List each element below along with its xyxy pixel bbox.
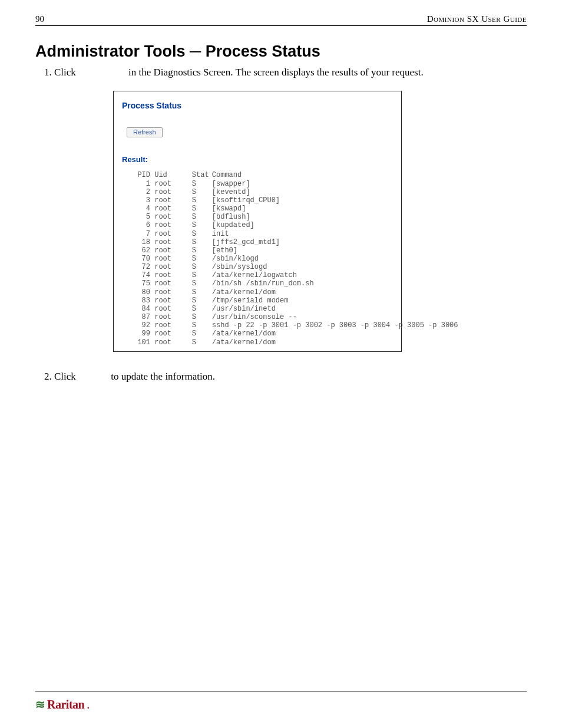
section-title: Administrator Tools ─ Process Status (35, 42, 527, 61)
brand-icon: ≋ (35, 697, 43, 711)
step-2-rest: to update the information. (111, 371, 215, 382)
result-label: Result: (122, 154, 393, 166)
process-row: 7 root Sinit (125, 230, 393, 238)
process-row: 3 root S[ksoftirqd_CPU0] (125, 196, 393, 205)
step-1: Click in the Diagnostics Screen. The scr… (54, 65, 527, 352)
step-1-prefix: Click (54, 67, 76, 78)
process-table: PID Uid StatCommand1 root S[swapper]2 ro… (125, 171, 393, 346)
process-row: 62 root S[eth0] (125, 246, 393, 255)
step-1-gap (76, 67, 128, 78)
step-list: Click in the Diagnostics Screen. The scr… (41, 65, 527, 384)
page-footer: ≋ Raritan. (35, 691, 527, 711)
process-row: 84 root S/usr/sbin/inetd (125, 305, 393, 313)
process-row: 18 root S[jffs2_gcd_mtd1] (125, 238, 393, 246)
process-row: 75 root S/bin/sh /sbin/run_dom.sh (125, 279, 393, 288)
process-row: 5 root S[bdflush] (125, 213, 393, 221)
page-header: 90 Dominion SX User Guide (35, 14, 527, 26)
process-table-header: PID Uid StatCommand (125, 171, 393, 179)
process-status-panel: Process Status Refresh Result: PID Uid S… (113, 91, 402, 352)
guide-title: Dominion SX User Guide (427, 14, 527, 24)
process-row: 80 root S/ata/kernel/dom (125, 288, 393, 297)
process-row: 70 root S/sbin/klogd (125, 255, 393, 263)
process-row: 101 root S/ata/kernel/dom (125, 338, 393, 347)
brand-logo: ≋ Raritan. (35, 697, 527, 711)
process-row: 92 root Ssshd -p 22 -p 3001 -p 3002 -p 3… (125, 321, 393, 330)
panel-title: Process Status (122, 100, 393, 111)
step-2: Click to update the information. (54, 370, 527, 384)
process-row: 1 root S[swapper] (125, 180, 393, 188)
process-row: 6 root S[kupdated] (125, 221, 393, 229)
process-row: 74 root S/ata/kernel/logwatch (125, 271, 393, 279)
brand-dot: . (87, 698, 90, 711)
page: 90 Dominion SX User Guide Administrator … (0, 0, 562, 728)
process-row: 99 root S/ata/kernel/dom (125, 330, 393, 338)
process-row: 72 root S/sbin/syslogd (125, 263, 393, 271)
step-1-rest: in the Diagnostics Screen. The screen di… (128, 67, 424, 78)
process-row: 87 root S/usr/bin/sconsole -- (125, 313, 393, 321)
screenshot-container: Process Status Refresh Result: PID Uid S… (113, 91, 527, 352)
page-number: 90 (35, 14, 44, 24)
brand-text: Raritan (47, 698, 84, 711)
process-row: 4 root S[kswapd] (125, 205, 393, 213)
refresh-button[interactable]: Refresh (127, 127, 163, 137)
process-row: 83 root S/tmp/seriald modem (125, 297, 393, 305)
step-2-gap (76, 371, 111, 382)
step-2-prefix: Click (54, 371, 76, 382)
process-row: 2 root S[keventd] (125, 188, 393, 196)
